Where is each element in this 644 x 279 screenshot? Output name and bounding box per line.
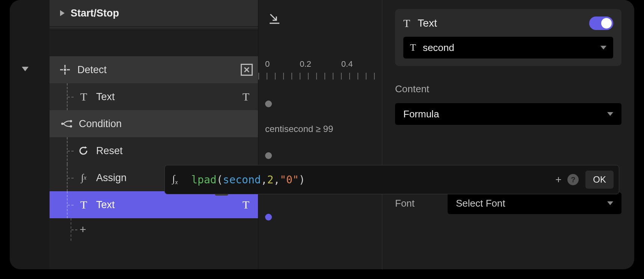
tree-row-label: Text [96,199,239,211]
card-title: Text [418,17,589,29]
ruler-ticks [258,73,382,80]
content-type-dropdown[interactable]: Formula [395,103,621,125]
tree-row-text-selected[interactable]: + T Text T [50,191,258,218]
tree-guide-icon [67,191,76,218]
chevron-down-icon [607,112,613,116]
text-type-icon: T [239,198,253,212]
fx-icon: ∫x [172,173,178,186]
tree-guide-icon [67,83,76,110]
formula-num: 2 [267,174,274,186]
enabled-toggle[interactable] [589,16,613,30]
reset-icon [76,146,92,156]
formula-input[interactable]: lpad(second,2,"0") [191,174,549,186]
close-box-icon[interactable] [241,64,253,76]
svg-point-5 [61,123,63,125]
keyframe-dot-selected[interactable] [265,214,272,220]
svg-rect-4 [64,69,66,71]
keyframe-dot[interactable] [265,100,272,107]
svg-point-7 [70,125,72,128]
formula-var: second [223,174,261,186]
ruler-tick-label: 0.4 [341,59,353,69]
tree-panel: Start/Stop Detect [50,0,258,269]
detect-icon [57,64,73,75]
section-label-font: Font [395,198,433,209]
section-label-content: Content [395,83,621,95]
text-card: T Text T second [395,9,621,66]
chevron-down-icon [600,46,606,50]
tree-row-detect[interactable]: Detect [50,56,258,83]
tree-row-label: Detect [77,64,241,76]
chevron-down-icon [607,201,613,205]
tree-row-condition[interactable]: Condition [50,110,258,137]
formula-func: lpad [191,174,216,186]
add-icon: + [80,223,86,236]
tree-row-reset[interactable]: Reset [50,137,258,164]
formula-add-button[interactable]: + [555,174,561,186]
keyframe-dot[interactable] [265,152,272,159]
ruler-tick-label: 0.2 [300,59,311,69]
text-icon: T [76,90,92,103]
timeline-panel: 0 0.2 0.4 0 centisecond ≥ 99 [258,0,382,269]
tree-guide-icon [67,164,76,191]
tree-body: Detect T Text T [50,30,258,241]
divider-bar [50,27,258,30]
tree-row-label: Reset [96,145,253,157]
font-dropdown[interactable]: Select Font [448,192,621,214]
text-type-icon: T [239,90,253,104]
dropdown-value: Formula [403,108,607,120]
condition-icon [59,120,74,128]
formula-str: "0" [280,174,299,186]
fx-icon: ∫x [76,172,92,183]
tree-header-row[interactable]: Start/Stop [50,0,258,27]
text-icon: T [76,198,92,211]
formula-bar: ∫x lpad(second,2,"0") + ? OK [164,165,619,194]
tree-guide-icon [67,137,76,164]
help-icon[interactable]: ? [567,174,579,185]
tree-row-label: Condition [79,118,253,130]
dropdown-value: Select Font [456,198,607,209]
tree-guide-icon [71,218,80,241]
import-icon[interactable] [268,12,281,26]
tree-row-label: Text [96,91,239,103]
tree-row-add[interactable]: + [50,218,258,241]
collapse-arrow-icon [60,10,65,16]
svg-point-6 [70,120,72,122]
timeline-ruler[interactable]: 0 0.2 0.4 0 [258,59,382,83]
left-gutter [10,0,50,269]
tree-row-text[interactable]: T Text T [50,83,258,110]
condition-expression: centisecond ≥ 99 [265,124,333,134]
text-icon: T [410,42,416,53]
ruler-tick-label: 0 [265,59,270,69]
dropdown-value: second [423,42,600,54]
app-window: Start/Stop Detect [10,0,634,269]
ok-button[interactable]: OK [585,171,614,189]
tree-header-title: Start/Stop [71,8,119,19]
text-icon: T [403,17,410,30]
inspector-panel: T Text T second Content Formula Font Sel… [382,0,634,269]
expand-caret-icon[interactable] [22,67,29,71]
target-dropdown[interactable]: T second [403,37,613,58]
